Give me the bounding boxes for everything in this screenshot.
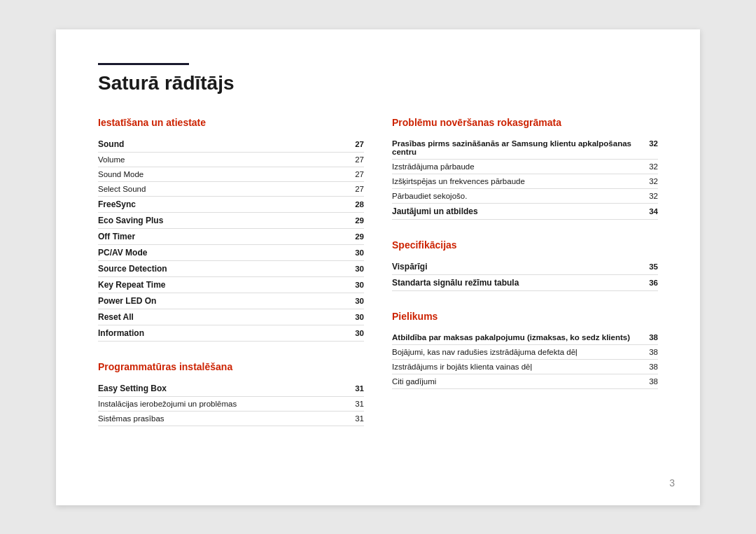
table-row: Reset All30 — [98, 309, 364, 325]
table-row: Power LED On30 — [98, 293, 364, 309]
section-programmaturas-title: Programmatūras instalēšana — [98, 361, 364, 372]
toc-label: Vispārīgi — [392, 262, 644, 272]
table-row: Key Repeat Time30 — [98, 277, 364, 293]
table-row: Information30 — [98, 325, 364, 342]
toc-label: Bojājumi, kas nav radušies izstrādājuma … — [392, 348, 644, 356]
table-row: Pārbaudiet sekojošo.32 — [392, 189, 658, 204]
section-iestatisana-title: Iestatīšana un atiestate — [98, 117, 364, 128]
toc-label: PC/AV Mode — [98, 248, 350, 258]
toc-page: 35 — [644, 262, 658, 271]
table-row: Citi gadījumi38 — [392, 374, 658, 389]
toc-page: 28 — [350, 200, 364, 209]
section-iestatisana: Iestatīšana un atiestate Sound27Volume27… — [98, 117, 364, 342]
table-row: Select Sound27 — [98, 182, 364, 197]
toc-label: Citi gadījumi — [392, 377, 644, 386]
toc-page: 31 — [350, 384, 364, 393]
page-number: 3 — [669, 477, 675, 489]
toc-label-multiline: Prasības pirms sazināšanās ar Samsung kl… — [392, 139, 644, 156]
table-row: Eco Saving Plus29 — [98, 213, 364, 229]
toc-page: 38 — [644, 333, 658, 342]
toc-label: Off Timer — [98, 232, 350, 241]
toc-page: 27 — [350, 140, 364, 148]
toc-page: 32 — [644, 139, 658, 148]
table-row: Easy Setting Box31 — [98, 381, 364, 397]
toc-page: 30 — [350, 297, 364, 305]
toc-page: 31 — [350, 400, 364, 408]
toc-page: 34 — [644, 207, 658, 216]
toc-label: Sistēmas prasības — [98, 414, 350, 423]
toc-label: FreeSync — [98, 199, 350, 209]
toc-page: 27 — [350, 155, 364, 164]
table-row: Instalācijas ierobežojumi un problēmas31 — [98, 397, 364, 412]
table-row: Source Detection30 — [98, 261, 364, 277]
table-row: Prasības pirms sazināšanās ar Samsung kl… — [392, 136, 658, 160]
section-specifikacijas-title: Specifikācijas — [392, 239, 658, 251]
table-row: Vispārīgi35 — [392, 259, 658, 275]
toc-page: 30 — [350, 281, 364, 289]
table-row: PC/AV Mode30 — [98, 245, 364, 261]
section-pielikums-title: Pielikums — [392, 311, 658, 322]
table-row: Sistēmas prasības31 — [98, 412, 364, 426]
section-iestatisana-table: Sound27Volume27Sound Mode27Select Sound2… — [98, 136, 364, 342]
toc-page: 32 — [644, 162, 658, 171]
toc-label: Key Repeat Time — [98, 280, 350, 290]
toc-label: Izšķirtspējas un frekvences pārbaude — [392, 177, 644, 185]
toc-page: 30 — [350, 313, 364, 321]
table-row: Volume27 — [98, 153, 364, 167]
toc-page: 31 — [350, 414, 364, 423]
toc-label: Reset All — [98, 312, 350, 322]
section-programmaturas-table: Easy Setting Box31Instalācijas ierobežoj… — [98, 381, 364, 426]
toc-page: 29 — [350, 216, 364, 225]
content-columns: Iestatīšana un atiestate Sound27Volume27… — [98, 117, 658, 446]
section-problemu-table: Prasības pirms sazināšanās ar Samsung kl… — [392, 136, 658, 220]
toc-page: 27 — [350, 185, 364, 193]
table-row: Izšķirtspējas un frekvences pārbaude32 — [392, 174, 658, 189]
toc-label: Source Detection — [98, 264, 350, 274]
table-row: FreeSync28 — [98, 197, 364, 213]
toc-label: Select Sound — [98, 185, 350, 193]
toc-label: Sound Mode — [98, 170, 350, 178]
toc-label: Izstrādājums ir bojāts klienta vainas dē… — [392, 363, 644, 371]
section-specifikacijas: Specifikācijas Vispārīgi35Standarta sign… — [392, 239, 658, 291]
section-problemu: Problēmu novēršanas rokasgrāmata Prasība… — [392, 117, 658, 220]
toc-label: Instalācijas ierobežojumi un problēmas — [98, 400, 350, 408]
toc-label: Izstrādājuma pārbaude — [392, 162, 644, 171]
table-row: Sound Mode27 — [98, 167, 364, 182]
toc-label: Sound — [98, 139, 350, 149]
toc-label: Easy Setting Box — [98, 384, 350, 393]
title-bar — [98, 63, 189, 65]
table-row: Sound27 — [98, 136, 364, 153]
table-row: Bojājumi, kas nav radušies izstrādājuma … — [392, 345, 658, 360]
toc-label: Volume — [98, 155, 350, 164]
toc-page: 32 — [644, 192, 658, 200]
toc-page: 30 — [350, 265, 364, 273]
table-row: Atbildība par maksas pakalpojumu (izmaks… — [392, 330, 658, 345]
toc-label: Eco Saving Plus — [98, 216, 350, 225]
toc-page: 27 — [350, 170, 364, 178]
toc-label: Power LED On — [98, 296, 350, 306]
table-row: Jautājumi un atbildes34 — [392, 204, 658, 220]
section-pielikums-table: Atbildība par maksas pakalpojumu (izmaks… — [392, 330, 658, 389]
section-pielikums: Pielikums Atbildība par maksas pakalpoju… — [392, 311, 658, 389]
toc-label: Pārbaudiet sekojošo. — [392, 192, 644, 200]
toc-label: Jautājumi un atbildes — [392, 206, 644, 216]
section-programmaturas: Programmatūras instalēšana Easy Setting … — [98, 361, 364, 426]
page-container: Saturā rādītājs Iestatīšana un atiestate… — [56, 29, 700, 505]
toc-page: 29 — [350, 232, 364, 241]
section-specifikacijas-table: Vispārīgi35Standarta signālu režīmu tabu… — [392, 259, 658, 291]
toc-label-multiline: Atbildība par maksas pakalpojumu (izmaks… — [392, 333, 644, 342]
table-row: Off Timer29 — [98, 229, 364, 245]
table-row: Izstrādājuma pārbaude32 — [392, 160, 658, 174]
toc-page: 38 — [644, 363, 658, 371]
toc-label: Information — [98, 328, 350, 338]
toc-page: 30 — [350, 329, 364, 337]
table-row: Izstrādājums ir bojāts klienta vainas dē… — [392, 360, 658, 374]
right-column: Problēmu novēršanas rokasgrāmata Prasība… — [392, 117, 658, 446]
left-column: Iestatīšana un atiestate Sound27Volume27… — [98, 117, 364, 446]
section-problemu-title: Problēmu novēršanas rokasgrāmata — [392, 117, 658, 128]
table-row: Standarta signālu režīmu tabula36 — [392, 275, 658, 291]
toc-page: 38 — [644, 348, 658, 356]
page-title: Saturā rādītājs — [98, 72, 658, 94]
toc-label: Standarta signālu režīmu tabula — [392, 278, 644, 288]
toc-page: 30 — [350, 248, 364, 257]
